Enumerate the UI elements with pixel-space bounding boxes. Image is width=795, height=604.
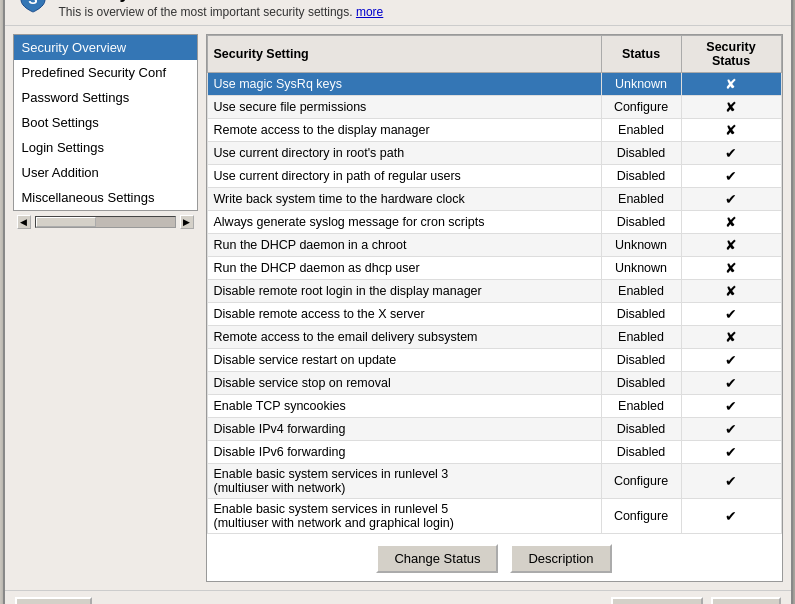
table-header: Security Setting Status Security Status — [207, 36, 781, 73]
table-container: Security Setting Status Security Status … — [207, 35, 782, 534]
security-status-cell: ✘ — [681, 211, 781, 234]
col-status: Status — [601, 36, 681, 73]
security-status-cell: ✔ — [681, 349, 781, 372]
table-row[interactable]: Use current directory in path of regular… — [207, 165, 781, 188]
security-status-cell: ✘ — [681, 96, 781, 119]
check-icon: ✔ — [725, 306, 737, 322]
title-area: Security Overview This is overview of th… — [59, 0, 384, 19]
table-body: Use magic SysRq keysUnknown✘Use secure f… — [207, 73, 781, 534]
cancel-button[interactable]: Cancel — [611, 597, 702, 604]
more-link[interactable]: more — [356, 5, 383, 19]
table-row[interactable]: Disable IPv4 forwardingDisabled✔ — [207, 418, 781, 441]
status-cell: Enabled — [601, 280, 681, 303]
table-row[interactable]: Enable basic system services in runlevel… — [207, 499, 781, 534]
sidebar-item-security-overview[interactable]: Security Overview — [14, 35, 197, 60]
security-status-cell: ✘ — [681, 73, 781, 96]
security-status-cell: ✘ — [681, 257, 781, 280]
status-cell: Configure — [601, 499, 681, 534]
security-status-cell: ✔ — [681, 142, 781, 165]
action-buttons: Change Status Description — [207, 534, 782, 581]
dialog-footer: Help Cancel OK — [5, 590, 791, 604]
setting-cell: Enable basic system services in runlevel… — [207, 464, 601, 499]
security-status-cell: ✔ — [681, 395, 781, 418]
setting-cell: Disable remote root login in the display… — [207, 280, 601, 303]
sidebar-item-boot[interactable]: Boot Settings — [14, 110, 197, 135]
sidebar-item-user-addition[interactable]: User Addition — [14, 160, 197, 185]
security-status-cell: ✔ — [681, 464, 781, 499]
svg-text:S: S — [28, 0, 37, 7]
check-icon: ✔ — [725, 352, 737, 368]
check-icon: ✔ — [725, 375, 737, 391]
table-row[interactable]: Disable remote root login in the display… — [207, 280, 781, 303]
setting-cell: Use current directory in path of regular… — [207, 165, 601, 188]
table-row[interactable]: Use current directory in root's pathDisa… — [207, 142, 781, 165]
status-cell: Unknown — [601, 73, 681, 96]
sidebar-item-misc[interactable]: Miscellaneous Settings — [14, 185, 197, 210]
table-row[interactable]: Always generate syslog message for cron … — [207, 211, 781, 234]
status-cell: Disabled — [601, 165, 681, 188]
setting-cell: Remote access to the email delivery subs… — [207, 326, 601, 349]
dialog-header: S Security Overview This is overview of … — [5, 0, 791, 26]
scroll-left-arrow[interactable]: ◀ — [17, 215, 31, 229]
footer-left: Help — [15, 597, 93, 604]
cross-icon: ✘ — [725, 329, 737, 345]
sidebar-item-predefined[interactable]: Predefined Security Conf — [14, 60, 197, 85]
table-row[interactable]: Remote access to the email delivery subs… — [207, 326, 781, 349]
scroll-thumb[interactable] — [36, 217, 96, 227]
setting-cell: Disable IPv6 forwarding — [207, 441, 601, 464]
setting-cell: Run the DHCP daemon as dhcp user — [207, 257, 601, 280]
setting-cell: Disable remote access to the X server — [207, 303, 601, 326]
cross-icon: ✘ — [725, 237, 737, 253]
sidebar-item-login[interactable]: Login Settings — [14, 135, 197, 160]
security-status-cell: ✘ — [681, 119, 781, 142]
status-cell: Configure — [601, 96, 681, 119]
check-icon: ✔ — [725, 145, 737, 161]
security-status-cell: ✔ — [681, 165, 781, 188]
security-status-cell: ✔ — [681, 188, 781, 211]
status-cell: Enabled — [601, 326, 681, 349]
table-row[interactable]: Disable service stop on removalDisabled✔ — [207, 372, 781, 395]
table-row[interactable]: Enable TCP syncookiesEnabled✔ — [207, 395, 781, 418]
table-row[interactable]: Run the DHCP daemon as dhcp userUnknown✘ — [207, 257, 781, 280]
setting-cell: Write back system time to the hardware c… — [207, 188, 601, 211]
security-status-cell: ✔ — [681, 372, 781, 395]
cross-icon: ✘ — [725, 122, 737, 138]
table-row[interactable]: Use magic SysRq keysUnknown✘ — [207, 73, 781, 96]
setting-cell: Disable service restart on update — [207, 349, 601, 372]
scroll-track[interactable] — [35, 216, 176, 228]
table-row[interactable]: Write back system time to the hardware c… — [207, 188, 781, 211]
help-button[interactable]: Help — [15, 597, 93, 604]
check-icon: ✔ — [725, 398, 737, 414]
table-row[interactable]: Run the DHCP daemon in a chrootUnknown✘ — [207, 234, 781, 257]
setting-cell: Disable service stop on removal — [207, 372, 601, 395]
sidebar-item-password[interactable]: Password Settings — [14, 85, 197, 110]
ok-button[interactable]: OK — [711, 597, 781, 604]
cross-icon: ✘ — [725, 99, 737, 115]
dialog-title: Security Overview — [59, 0, 384, 3]
status-cell: Disabled — [601, 142, 681, 165]
setting-cell: Use current directory in root's path — [207, 142, 601, 165]
table-row[interactable]: Use secure file permissionsConfigure✘ — [207, 96, 781, 119]
table-row[interactable]: Enable basic system services in runlevel… — [207, 464, 781, 499]
check-icon: ✔ — [725, 421, 737, 437]
change-status-button[interactable]: Change Status — [376, 544, 498, 573]
table-row[interactable]: Remote access to the display managerEnab… — [207, 119, 781, 142]
status-cell: Enabled — [601, 188, 681, 211]
scroll-right-arrow[interactable]: ▶ — [180, 215, 194, 229]
main-panel: Security Setting Status Security Status … — [206, 34, 783, 582]
table-row[interactable]: Disable service restart on updateDisable… — [207, 349, 781, 372]
status-cell: Disabled — [601, 303, 681, 326]
col-security-status: Security Status — [681, 36, 781, 73]
setting-cell: Enable basic system services in runlevel… — [207, 499, 601, 534]
table-row[interactable]: Disable remote access to the X serverDis… — [207, 303, 781, 326]
dialog-subtitle: This is overview of the most important s… — [59, 5, 384, 19]
cross-icon: ✘ — [725, 214, 737, 230]
security-overview-dialog: S Security Overview This is overview of … — [3, 0, 793, 604]
security-status-cell: ✘ — [681, 234, 781, 257]
table-row[interactable]: Disable IPv6 forwardingDisabled✔ — [207, 441, 781, 464]
check-icon: ✔ — [725, 473, 737, 489]
status-cell: Disabled — [601, 211, 681, 234]
cross-icon: ✘ — [725, 283, 737, 299]
description-button[interactable]: Description — [510, 544, 611, 573]
status-cell: Disabled — [601, 349, 681, 372]
